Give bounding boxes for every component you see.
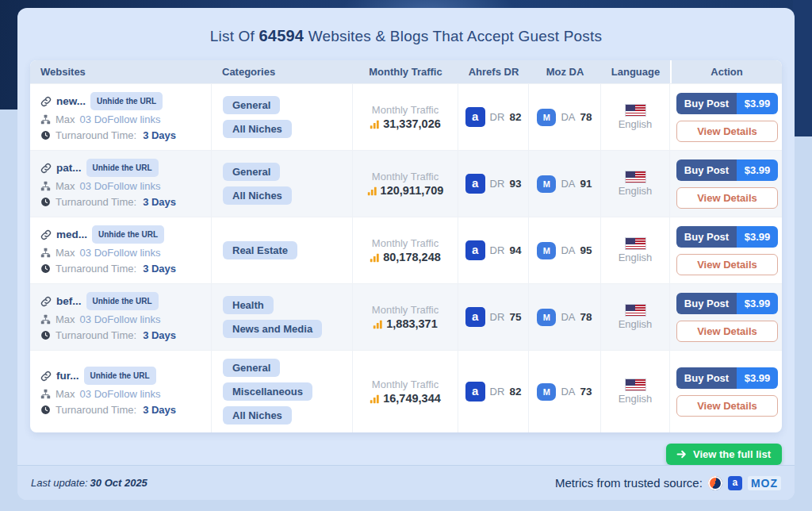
- category-badge: News and Media: [223, 320, 322, 338]
- view-full-list-button[interactable]: View the full list: [666, 444, 782, 465]
- da-value: 78: [580, 311, 592, 323]
- buy-post-button[interactable]: Buy Post $3.99: [676, 226, 778, 248]
- header-language: Language: [601, 60, 670, 83]
- moz-da-cell: M DA 91: [529, 151, 601, 217]
- buy-post-price: $3.99: [737, 159, 778, 181]
- website-cell: pat... Unhide the URL Max 03 DoFollow li…: [30, 151, 212, 217]
- da-prefix: DA: [561, 111, 575, 123]
- traffic-cell: Monthly Traffic 16,749,344: [353, 351, 458, 432]
- view-details-button[interactable]: View Details: [676, 321, 778, 342]
- clock-icon: [40, 405, 51, 415]
- language-cell: English: [601, 151, 670, 217]
- hero-background-right: [793, 0, 812, 136]
- sitemap-icon: [40, 314, 51, 325]
- unhide-url-button[interactable]: Unhide the URL: [92, 225, 164, 244]
- moz-icon: M: [537, 242, 556, 259]
- ahrefs-icon: a: [465, 107, 485, 127]
- buy-post-label: Buy Post: [676, 93, 737, 114]
- buy-post-label: Buy Post: [676, 159, 737, 181]
- turnaround-value: 3 Days: [143, 403, 176, 417]
- max-links-label: Max: [56, 179, 75, 193]
- view-details-button[interactable]: View Details: [676, 121, 778, 142]
- website-name[interactable]: pat...: [56, 161, 82, 175]
- buy-post-button[interactable]: Buy Post $3.99: [676, 93, 778, 114]
- turnaround-label: Turnaround Time:: [56, 328, 136, 342]
- category-badge: All Niches: [223, 120, 292, 138]
- categories-cell: HealthNews and Media: [212, 284, 353, 350]
- dofollow-links-value: 03 DoFollow links: [80, 313, 161, 326]
- dr-prefix: DR: [490, 386, 505, 398]
- language-value: English: [619, 185, 653, 197]
- buy-post-button[interactable]: Buy Post $3.99: [676, 293, 778, 314]
- buy-post-price: $3.99: [737, 293, 778, 314]
- da-prefix: DA: [561, 311, 575, 323]
- ahrefs-dr-cell: a DR 93: [458, 151, 529, 217]
- monthly-traffic-value: 120,911,709: [381, 184, 444, 197]
- max-links-label: Max: [56, 387, 75, 401]
- categories-cell: Real Estate: [212, 217, 353, 283]
- us-flag-icon: [625, 304, 646, 317]
- us-flag-icon: [625, 104, 646, 117]
- buy-post-price: $3.99: [737, 367, 778, 389]
- buy-post-label: Buy Post: [676, 367, 737, 389]
- moz-da-cell: M DA 78: [529, 84, 601, 150]
- header-moz-da: Moz DA: [529, 60, 601, 83]
- header-action: Action: [670, 60, 782, 83]
- monthly-traffic-label: Monthly Traffic: [372, 237, 439, 249]
- ahrefs-dr-cell: a DR 94: [458, 217, 529, 283]
- dr-prefix: DR: [490, 178, 505, 190]
- metrics-source: Metrics from trusted source: a MOZ: [555, 476, 781, 490]
- guest-post-list-card: List Of 64594 Websites & Blogs That Acce…: [17, 8, 795, 500]
- da-prefix: DA: [561, 244, 575, 256]
- action-cell: Buy Post $3.99 View Details: [670, 151, 782, 217]
- last-update-value: 30 Oct 2025: [90, 477, 147, 489]
- view-details-button[interactable]: View Details: [676, 254, 778, 275]
- link-icon: [40, 371, 52, 382]
- da-prefix: DA: [561, 386, 575, 398]
- max-links-label: Max: [56, 246, 75, 259]
- unhide-url-button[interactable]: Unhide the URL: [84, 367, 156, 385]
- link-icon: [40, 163, 52, 174]
- category-badge: Miscellaneous: [223, 382, 312, 401]
- monthly-traffic-label: Monthly Traffic: [372, 304, 439, 316]
- website-name[interactable]: fur...: [56, 369, 79, 382]
- website-name[interactable]: new...: [56, 94, 86, 108]
- us-flag-icon: [625, 171, 646, 183]
- view-details-button[interactable]: View Details: [676, 187, 778, 209]
- unhide-url-button[interactable]: Unhide the URL: [86, 159, 159, 177]
- da-value: 91: [580, 178, 592, 190]
- ahrefs-dr-cell: a DR 82: [458, 84, 529, 150]
- ahrefs-icon: a: [465, 240, 485, 260]
- last-update-label: Last update:: [31, 477, 88, 489]
- traffic-cell: Monthly Traffic 120,911,709: [353, 151, 458, 217]
- dr-value: 94: [509, 244, 521, 256]
- website-name[interactable]: med...: [56, 228, 87, 241]
- language-cell: English: [601, 84, 670, 150]
- turnaround-label: Turnaround Time:: [56, 403, 136, 417]
- header-websites: Websites: [30, 60, 212, 83]
- header-monthly-traffic: Monthly Traffic: [353, 60, 458, 83]
- dr-prefix: DR: [490, 311, 505, 323]
- unhide-url-button[interactable]: Unhide the URL: [86, 292, 159, 310]
- table-header-row: Websites Categories Monthly Traffic Ahre…: [30, 60, 782, 83]
- moz-da-cell: M DA 73: [529, 351, 601, 432]
- turnaround-label: Turnaround Time:: [56, 129, 136, 142]
- ahrefs-dr-cell: a DR 75: [458, 284, 529, 350]
- table-row: bef... Unhide the URL Max 03 DoFollow li…: [30, 283, 782, 350]
- buy-post-button[interactable]: Buy Post $3.99: [676, 367, 778, 389]
- moz-icon: M: [537, 309, 556, 326]
- category-badge: Health: [223, 296, 274, 314]
- da-value: 78: [580, 111, 592, 123]
- view-details-button[interactable]: View Details: [676, 395, 778, 417]
- turnaround-label: Turnaround Time:: [56, 195, 136, 209]
- category-badge: Real Estate: [223, 241, 297, 259]
- website-name[interactable]: bef...: [56, 294, 82, 308]
- header-categories: Categories: [212, 60, 353, 83]
- dr-prefix: DR: [490, 244, 505, 256]
- unhide-url-button[interactable]: Unhide the URL: [90, 92, 163, 110]
- traffic-cell: Monthly Traffic 31,337,026: [353, 84, 458, 150]
- buy-post-button[interactable]: Buy Post $3.99: [676, 159, 778, 181]
- language-value: English: [619, 252, 653, 263]
- category-badge: General: [223, 163, 280, 181]
- da-value: 95: [580, 244, 592, 256]
